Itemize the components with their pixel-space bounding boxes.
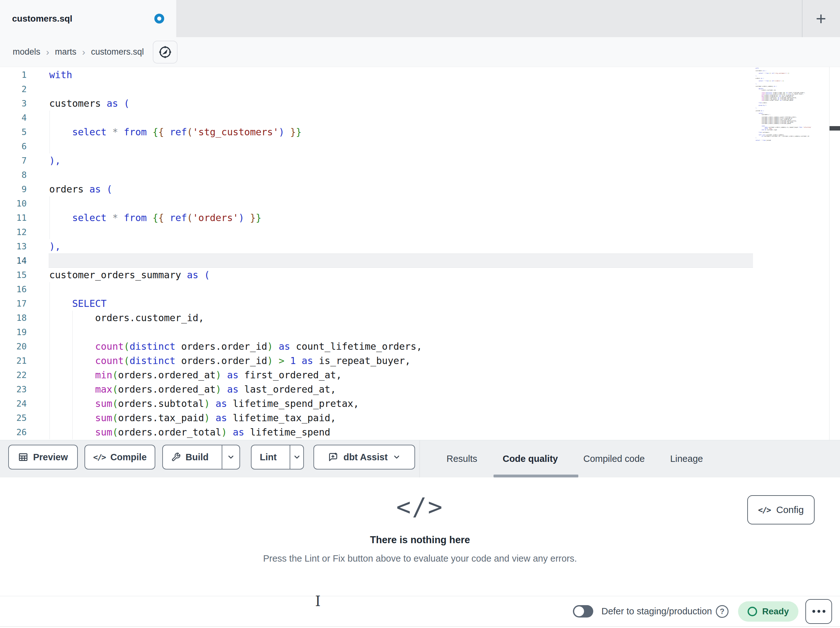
tab-lineage[interactable]: Lineage <box>670 454 703 464</box>
tab-code-quality[interactable]: Code quality <box>503 454 558 464</box>
breadcrumb-chevron-icon: › <box>46 47 49 57</box>
file-tab-customers-sql[interactable]: customers.sql <box>0 0 176 37</box>
preview-button[interactable]: Preview <box>8 445 78 470</box>
dbt-assist-button-label: dbt Assist <box>343 452 387 462</box>
editor-scrollbar-thumb[interactable] <box>829 126 840 131</box>
breadcrumb-chevron-icon: › <box>82 47 85 57</box>
build-button-label: Build <box>185 452 208 462</box>
code-quality-panel: </> There is nothing here Press the Lint… <box>0 478 840 596</box>
status-circle-icon <box>748 607 757 616</box>
lint-dropdown-button[interactable] <box>290 445 303 469</box>
more-options-button[interactable] <box>805 599 832 624</box>
ide-window: customers.sql + models › marts › custome… <box>0 0 840 628</box>
toolbar-pane-divider <box>420 440 420 478</box>
results-tab-bar: Results Code quality Compiled code Linea… <box>447 440 703 478</box>
code-lines[interactable]: withcustomers as ( select * from {{ ref(… <box>49 68 753 439</box>
line-number-gutter: 1234567891011121314151617181920212223242… <box>0 68 27 439</box>
tabstrip-divider <box>802 0 802 37</box>
build-split-button: Build <box>162 445 240 470</box>
code-editor[interactable]: 1234567891011121314151617181920212223242… <box>0 67 840 440</box>
help-icon[interactable]: ? <box>716 605 728 618</box>
chevron-down-icon <box>227 453 235 461</box>
config-button-label: Config <box>776 505 804 515</box>
lint-split-button: Lint <box>251 445 304 470</box>
text-cursor-pointer: I <box>311 593 325 609</box>
build-button[interactable]: Build <box>163 445 217 469</box>
ellipsis-icon <box>812 610 815 613</box>
new-tab-button[interactable]: + <box>807 0 835 37</box>
minimap[interactable]: withcustomers as ( select * from {{ ref(… <box>756 68 827 141</box>
wrench-icon <box>171 452 181 462</box>
compile-button-label: Compile <box>110 452 147 462</box>
code-brackets-icon: </> <box>0 493 840 521</box>
chevron-down-icon <box>293 453 301 461</box>
breadcrumb-marts[interactable]: marts <box>55 47 77 57</box>
explore-lineage-button[interactable] <box>153 41 177 63</box>
editor-toolbar: Preview </> Compile Build <box>0 440 840 478</box>
status-badge: Ready <box>738 601 798 622</box>
table-icon <box>18 452 28 462</box>
breadcrumb-models[interactable]: models <box>13 47 40 57</box>
config-button[interactable]: </> Config <box>747 495 815 524</box>
build-dropdown-button[interactable] <box>222 445 240 469</box>
unsaved-changes-dot-icon <box>154 14 164 24</box>
tab-results[interactable]: Results <box>447 454 477 464</box>
chat-sparkle-icon <box>328 452 338 462</box>
tab-compiled-code[interactable]: Compiled code <box>583 454 645 464</box>
code-brackets-icon: </> <box>758 505 771 515</box>
breadcrumb-row: models › marts › customers.sql <box>0 37 840 67</box>
lint-button-label: Lint <box>260 452 276 462</box>
empty-state-title: There is nothing here <box>0 534 840 546</box>
active-tab-indicator <box>494 475 578 478</box>
defer-toggle[interactable] <box>573 605 593 617</box>
status-bar: Defer to staging/production ? Ready <box>0 596 840 627</box>
chevron-down-icon <box>393 453 401 461</box>
empty-state: </> There is nothing here Press the Lint… <box>0 493 840 564</box>
defer-label: Defer to staging/production <box>602 606 712 617</box>
tab-strip: customers.sql + <box>0 0 840 37</box>
dbt-assist-button[interactable]: dbt Assist <box>313 445 415 470</box>
preview-button-label: Preview <box>33 452 68 462</box>
file-tab-title: customers.sql <box>12 14 154 24</box>
compile-button[interactable]: </> Compile <box>84 445 155 470</box>
compass-icon <box>158 45 172 59</box>
status-label: Ready <box>762 606 789 617</box>
code-brackets-icon: </> <box>93 452 106 462</box>
lint-button[interactable]: Lint <box>251 445 285 469</box>
breadcrumb-file: customers.sql <box>91 47 144 57</box>
empty-state-description: Press the Lint or Fix button above to ev… <box>0 554 840 564</box>
toggle-knob <box>574 606 584 616</box>
plus-icon: + <box>816 8 826 29</box>
